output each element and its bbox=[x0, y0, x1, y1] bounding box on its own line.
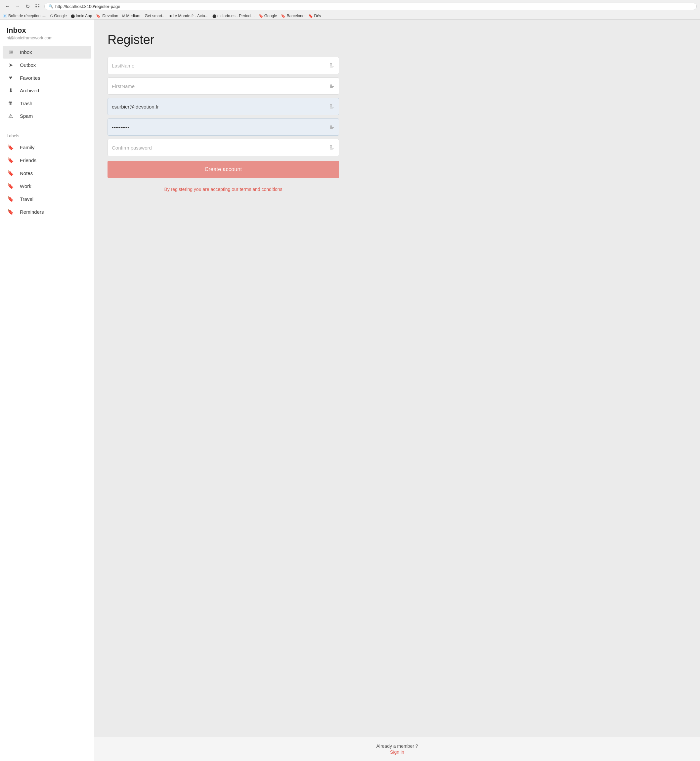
bookmark-label-0: Boîte de réception -... bbox=[8, 14, 46, 18]
firstname-field-wrapper bbox=[108, 77, 339, 95]
nav-item-inbox[interactable]: ✉ Inbox bbox=[3, 46, 91, 59]
bookmark-item-4[interactable]: MMedium – Get smart... bbox=[122, 14, 166, 18]
sidebar-title: Inbox bbox=[6, 26, 88, 35]
sidebar-header: Inbox hi@ionicframework.com bbox=[0, 26, 94, 46]
svg-rect-4 bbox=[330, 86, 334, 87]
bookmark-icon-9: 🔖 bbox=[308, 14, 313, 18]
firstname-icon bbox=[330, 83, 335, 89]
search-icon: 🔍 bbox=[48, 4, 53, 9]
bookmark-item-0[interactable]: 📧Boîte de réception -... bbox=[3, 14, 46, 18]
bookmark-icon-2: ⬤ bbox=[71, 14, 75, 18]
label-item-work[interactable]: 🔖 Work bbox=[0, 180, 94, 192]
bookmark-label-2: Ionic App bbox=[76, 14, 92, 18]
password-input[interactable] bbox=[112, 124, 330, 130]
firstname-input[interactable] bbox=[112, 83, 330, 89]
nav-item-trash[interactable]: 🗑 Trash bbox=[0, 97, 94, 109]
svg-rect-5 bbox=[330, 88, 333, 88]
trash-icon: 🗑 bbox=[6, 100, 14, 106]
label-text-travel: Travel bbox=[20, 196, 33, 202]
label-item-friends[interactable]: 🔖 Friends bbox=[0, 154, 94, 167]
svg-rect-7 bbox=[330, 107, 334, 108]
nav-label-inbox: Inbox bbox=[20, 49, 32, 55]
bookmark-item-9[interactable]: 🔖Dév bbox=[308, 14, 321, 18]
bookmarks-bar: 📧Boîte de réception -...GGoogle⬤Ionic Ap… bbox=[0, 13, 700, 19]
bookmark-item-1[interactable]: GGoogle bbox=[50, 14, 67, 18]
browser-chrome: ← → ↻ ☷ 🔍 http://localhost:8100/register… bbox=[0, 0, 700, 20]
sidebar: Inbox hi@ionicframework.com ✉ Inbox ➤ Ou… bbox=[0, 20, 94, 761]
bookmark-icon-3: 🔖 bbox=[96, 14, 100, 18]
bookmark-label-4: Medium – Get smart... bbox=[127, 14, 166, 18]
signin-bar: Already a member ? Sign in bbox=[94, 737, 700, 761]
reload-button[interactable]: ↻ bbox=[23, 2, 32, 11]
register-area: Register bbox=[94, 20, 700, 737]
work-bookmark-icon: 🔖 bbox=[6, 183, 14, 189]
email-input[interactable] bbox=[112, 104, 330, 109]
bookmark-icon-4: M bbox=[122, 14, 125, 18]
favorites-icon: ♥ bbox=[6, 75, 14, 81]
nav-item-archived[interactable]: ⬇ Archived bbox=[0, 84, 94, 97]
bookmark-label-3: iDevotion bbox=[102, 14, 118, 18]
labels-header: Labels bbox=[0, 131, 94, 141]
label-text-reminders: Reminders bbox=[20, 209, 44, 215]
back-button[interactable]: ← bbox=[3, 2, 12, 11]
bookmark-item-5[interactable]: ■Le Monde.fr - Actu... bbox=[169, 14, 208, 18]
nav-label-archived: Archived bbox=[20, 88, 39, 93]
nav-item-favorites[interactable]: ♥ Favorites bbox=[0, 72, 94, 84]
bookmark-item-7[interactable]: 🔖Google bbox=[259, 14, 277, 18]
bookmark-item-2[interactable]: ⬤Ionic App bbox=[71, 14, 92, 18]
app-layout: Inbox hi@ionicframework.com ✉ Inbox ➤ Ou… bbox=[0, 20, 700, 761]
label-text-friends: Friends bbox=[20, 158, 36, 163]
label-item-notes[interactable]: 🔖 Notes bbox=[0, 167, 94, 180]
bookmark-item-3[interactable]: 🔖iDevotion bbox=[96, 14, 118, 18]
terms-text[interactable]: By registering you are accepting our ter… bbox=[108, 187, 339, 192]
signin-link[interactable]: Sign in bbox=[390, 749, 404, 755]
bookmark-icon-5: ■ bbox=[169, 14, 172, 18]
confirm-password-input[interactable] bbox=[112, 145, 330, 150]
svg-rect-0 bbox=[330, 64, 332, 65]
svg-rect-6 bbox=[330, 105, 332, 106]
grid-button[interactable]: ☷ bbox=[33, 2, 42, 11]
svg-rect-13 bbox=[330, 148, 334, 148]
nav-item-spam[interactable]: ⚠ Spam bbox=[0, 109, 94, 122]
lastname-icon bbox=[330, 63, 335, 68]
address-bar[interactable]: 🔍 http://localhost:8100/register-page bbox=[44, 3, 697, 10]
bookmark-icon-1: G bbox=[50, 14, 53, 18]
label-text-work: Work bbox=[20, 183, 31, 189]
label-item-travel[interactable]: 🔖 Travel bbox=[0, 192, 94, 205]
label-text-notes: Notes bbox=[20, 170, 33, 176]
browser-toolbar: ← → ↻ ☷ 🔍 http://localhost:8100/register… bbox=[0, 0, 700, 13]
travel-bookmark-icon: 🔖 bbox=[6, 196, 14, 202]
label-item-reminders[interactable]: 🔖 Reminders bbox=[0, 205, 94, 218]
bookmark-label-5: Le Monde.fr - Actu... bbox=[173, 14, 208, 18]
svg-rect-11 bbox=[330, 128, 333, 129]
forward-button[interactable]: → bbox=[13, 2, 22, 11]
family-bookmark-icon: 🔖 bbox=[6, 144, 14, 150]
label-item-family[interactable]: 🔖 Family bbox=[0, 141, 94, 154]
nav-label-outbox: Outbox bbox=[20, 62, 36, 68]
inbox-icon: ✉ bbox=[6, 49, 14, 55]
bookmark-item-6[interactable]: ⬤eldiario.es - Periodi... bbox=[212, 14, 255, 18]
notes-bookmark-icon: 🔖 bbox=[6, 170, 14, 177]
main-content: Register bbox=[94, 20, 700, 761]
register-title: Register bbox=[108, 33, 687, 47]
spam-icon: ⚠ bbox=[6, 113, 14, 119]
nav-item-outbox[interactable]: ➤ Outbox bbox=[0, 59, 94, 72]
sidebar-divider bbox=[5, 128, 89, 128]
nav-label-spam: Spam bbox=[20, 113, 33, 119]
create-account-button[interactable]: Create account bbox=[108, 161, 339, 178]
bookmark-label-1: Google bbox=[54, 14, 67, 18]
bookmark-label-6: eldiario.es - Periodi... bbox=[217, 14, 255, 18]
address-text: http://localhost:8100/register-page bbox=[55, 4, 120, 9]
svg-rect-12 bbox=[330, 145, 332, 147]
friends-bookmark-icon: 🔖 bbox=[6, 157, 14, 163]
svg-rect-3 bbox=[330, 84, 332, 86]
lastname-input[interactable] bbox=[112, 63, 330, 69]
email-field-wrapper bbox=[108, 98, 339, 115]
nav-buttons: ← → ↻ ☷ bbox=[3, 2, 42, 11]
nav-label-favorites: Favorites bbox=[20, 75, 41, 81]
confirm-password-field-wrapper bbox=[108, 139, 339, 156]
reminders-bookmark-icon: 🔖 bbox=[6, 209, 14, 215]
bookmark-item-8[interactable]: 🔖Barcelone bbox=[281, 14, 304, 18]
register-form: Create account By registering you are ac… bbox=[108, 57, 339, 192]
nav-label-trash: Trash bbox=[20, 101, 33, 106]
